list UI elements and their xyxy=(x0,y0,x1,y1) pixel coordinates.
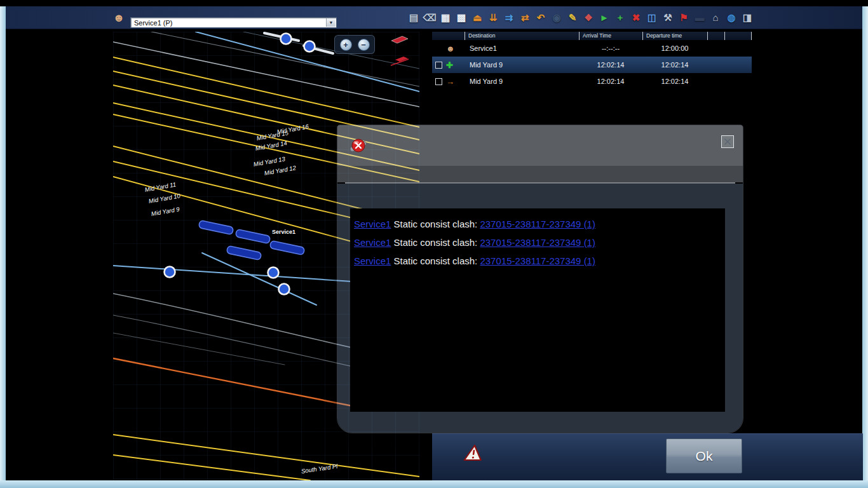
column-extra-1 xyxy=(707,32,724,40)
clash-message: Service1 Static consist clash: 237015-23… xyxy=(354,215,721,233)
zoom-out-button[interactable]: − xyxy=(358,39,370,51)
find-service-icon[interactable]: ◉ xyxy=(550,10,564,26)
table-header: Destination Arrival Time Departure time xyxy=(432,32,752,40)
add-stop-icon: ✚ xyxy=(446,61,453,69)
eject-service-icon[interactable]: ⏏ xyxy=(470,10,484,26)
move-stop-icon: → xyxy=(446,78,454,86)
flag-icon[interactable]: ⚑ xyxy=(677,10,691,26)
driver-icon: ☻ xyxy=(446,44,455,53)
clash-text: Static consist clash: xyxy=(391,255,480,266)
cell-departure: 12:00:00 xyxy=(642,44,707,52)
column-departure-time: Departure time xyxy=(642,32,707,40)
depot-icon[interactable]: ⌂ xyxy=(709,10,722,26)
zoom-controls: + − xyxy=(334,35,375,54)
train-icon[interactable]: ▬ xyxy=(693,10,707,26)
service-link[interactable]: Service1 xyxy=(354,255,391,266)
checkbox-spacer xyxy=(435,45,442,52)
close-icon xyxy=(724,138,731,146)
service-link[interactable]: Service1 xyxy=(354,237,391,248)
cell-icon: ☻ xyxy=(432,44,465,53)
chevron-down-icon[interactable]: ▼ xyxy=(326,18,336,27)
cell-destination: Mid Yard 9 xyxy=(465,78,579,85)
column-icon xyxy=(432,32,465,40)
timetable-grid-add-icon[interactable]: ▩ xyxy=(454,10,468,26)
table-row[interactable]: ✚Mid Yard 912:02:1412:02:14 xyxy=(432,57,752,73)
copy-timetable-icon[interactable]: ◫ xyxy=(645,10,659,26)
error-icon xyxy=(348,137,369,158)
signal-icon[interactable]: ◨ xyxy=(740,10,754,26)
cell-arrival: --:--:-- xyxy=(579,44,642,52)
swap-direction-icon[interactable]: ⇄ xyxy=(518,10,532,26)
clash-message: Service1 Static consist clash: 237015-23… xyxy=(354,233,721,252)
cell-destination: Mid Yard 9 xyxy=(465,61,579,69)
delete-icon[interactable]: ⌫ xyxy=(423,10,437,26)
timetable-panel: Destination Arrival Time Departure time … xyxy=(432,32,752,90)
dialog-subheader xyxy=(337,166,743,182)
dialog-titlebar[interactable] xyxy=(337,125,743,166)
transfer-right-icon[interactable]: ⇉ xyxy=(502,10,516,26)
cell-icon: → xyxy=(432,78,465,86)
ok-button[interactable]: Ok xyxy=(666,438,742,473)
consist-clash-dialog: Service1 Static consist clash: 237015-23… xyxy=(337,125,743,433)
row-checkbox[interactable] xyxy=(435,78,442,85)
zoom-in-button[interactable]: + xyxy=(340,39,352,51)
dialog-body: Service1 Static consist clash: 237015-23… xyxy=(337,184,743,433)
delete-instruction-icon[interactable]: ✖ xyxy=(629,10,643,26)
row-checkbox[interactable] xyxy=(435,62,442,69)
table-row[interactable]: →Mid Yard 912:02:1412:02:14 xyxy=(432,73,752,90)
undo-icon[interactable]: ↶ xyxy=(534,10,548,26)
warning-icon xyxy=(463,444,484,464)
service-selector-value: Service1 (P) xyxy=(131,18,336,27)
clash-message-list: Service1 Static consist clash: 237015-23… xyxy=(350,208,725,412)
clash-text: Static consist clash: xyxy=(391,219,480,229)
screen-edge-left xyxy=(0,6,6,480)
consist-link[interactable]: 237015-238117-237349 (1) xyxy=(480,219,595,229)
clash-text: Static consist clash: xyxy=(391,237,480,248)
edit-notes-icon[interactable]: ✎ xyxy=(566,10,580,26)
table-rows: ☻Service1--:--:--12:00:00✚Mid Yard 912:0… xyxy=(432,40,752,90)
add-driver-icon[interactable]: ► xyxy=(597,10,611,26)
consist-link[interactable]: 237015-238117-237349 (1) xyxy=(480,237,595,248)
save-icon[interactable]: ▤ xyxy=(407,10,421,26)
application-window: ☻ Service1 (P) ▼ ▤⌫▦▩⏏⇊⇉⇄↶◉✎❖►+✖◫⚒⚑▬⌂◍◨ xyxy=(0,0,868,488)
dialog-footer: Ok xyxy=(432,433,863,480)
tools-icon[interactable]: ⚒ xyxy=(661,10,675,26)
timetable-grid-icon[interactable]: ▦ xyxy=(438,10,452,26)
cell-destination: Service1 xyxy=(465,44,579,52)
service-selector[interactable]: Service1 (P) ▼ xyxy=(130,17,337,28)
screen-edge-bottom xyxy=(0,480,868,488)
service-link[interactable]: Service1 xyxy=(354,219,391,229)
column-extra-2 xyxy=(724,32,752,40)
screen-edge-right xyxy=(862,6,868,480)
column-destination: Destination xyxy=(465,32,579,40)
dialog-close-button[interactable] xyxy=(721,135,734,148)
insert-below-icon[interactable]: ⇊ xyxy=(486,10,500,26)
palette-icon[interactable]: ❖ xyxy=(581,10,595,26)
table-row[interactable]: ☻Service1--:--:--12:00:00 xyxy=(432,40,752,57)
cell-arrival: 12:02:14 xyxy=(579,61,642,69)
consist-link[interactable]: 237015-238117-237349 (1) xyxy=(480,255,595,266)
add-instruction-icon[interactable]: + xyxy=(613,10,627,26)
top-toolbar: ☻ Service1 (P) ▼ ▤⌫▦▩⏏⇊⇉⇄↶◉✎❖►+✖◫⚒⚑▬⌂◍◨ xyxy=(6,6,862,29)
driver-icon: ☻ xyxy=(112,10,126,26)
world-icon[interactable]: ◍ xyxy=(724,10,738,26)
cell-arrival: 12:02:14 xyxy=(579,78,642,85)
cell-departure: 12:02:14 xyxy=(642,61,707,69)
clash-message: Service1 Static consist clash: 237015-23… xyxy=(354,252,721,270)
column-arrival-time: Arrival Time xyxy=(579,32,642,40)
cell-icon: ✚ xyxy=(432,61,465,69)
cell-departure: 12:02:14 xyxy=(642,78,707,85)
toolbar-icons: ▤⌫▦▩⏏⇊⇉⇄↶◉✎❖►+✖◫⚒⚑▬⌂◍◨ xyxy=(407,10,754,26)
